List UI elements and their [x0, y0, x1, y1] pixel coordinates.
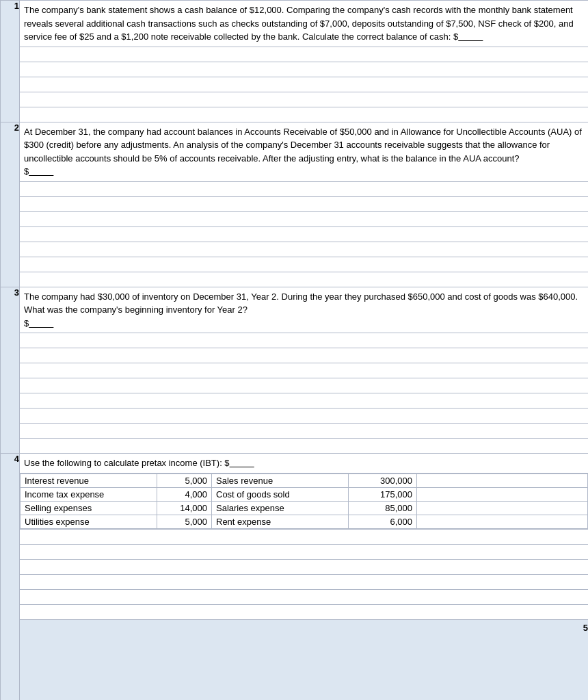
q1-number: 1	[1, 1, 20, 122]
income-tax-label: Income tax expense	[21, 487, 157, 501]
q4-item-1: Interest revenue 5,000 Sales revenue 300…	[21, 474, 588, 487]
q2-empty-7	[1, 272, 589, 287]
q1-empty-1	[1, 47, 589, 62]
sales-revenue-value: 300,000	[349, 474, 417, 487]
question-3-row: 3 The company had $30,000 of inventory o…	[1, 287, 589, 333]
q4-number: 4	[1, 454, 20, 701]
q1-text: The company's bank statement shows a cas…	[20, 1, 588, 47]
rent-value: 6,000	[349, 515, 417, 528]
q4-item-4: Utilities expense 5,000 Rent expense 6,0…	[21, 515, 588, 528]
q1-empty-4	[1, 92, 589, 107]
q4-content: Use the following to calculate pretax in…	[20, 454, 589, 474]
q1-empty-3	[1, 77, 589, 92]
q4-empty-6	[1, 604, 589, 619]
q4-empty-1	[1, 529, 589, 544]
q2-empty-4	[1, 226, 589, 242]
interest-revenue-value: 5,000	[157, 474, 212, 487]
q4-item-1-empty	[417, 474, 588, 487]
q3-empty-7	[1, 424, 589, 439]
q4-data-row-1: Interest revenue 5,000 Sales revenue 300…	[1, 473, 589, 529]
selling-exp-label: Selling expenses	[21, 501, 157, 515]
q4-item-4-empty	[417, 515, 588, 528]
q2-empty-1	[1, 181, 589, 196]
q4-inner-table: Interest revenue 5,000 Sales revenue 300…	[20, 474, 588, 529]
question-1-row: 1 The company's bank statement shows a c…	[1, 1, 589, 47]
question-4-row: 4 Use the following to calculate pretax …	[1, 454, 589, 474]
q2-content: At December 31, the company had account …	[20, 122, 589, 181]
cogs-label: Cost of goods sold	[212, 487, 349, 501]
q4-empty-4	[1, 574, 589, 589]
q4-empty-2	[1, 544, 589, 559]
question-2-row: 2 At December 31, the company had accoun…	[1, 122, 589, 181]
q1-empty-5	[1, 107, 589, 122]
q1-content: The company's bank statement shows a cas…	[20, 1, 589, 47]
sales-revenue-label: Sales revenue	[212, 474, 349, 487]
q2-empty-6	[1, 257, 589, 272]
interest-revenue-label: Interest revenue	[21, 474, 157, 487]
q2-number: 2	[1, 122, 20, 287]
q5-number: 5	[20, 619, 589, 700]
q2-text: At December 31, the company had account …	[20, 122, 588, 181]
q4-item-2: Income tax expense 4,000 Cost of goods s…	[21, 487, 588, 501]
q3-content: The company had $30,000 of inventory on …	[20, 287, 589, 333]
q3-empty-2	[1, 348, 589, 363]
q2-empty-3	[1, 211, 589, 226]
q2-empty-2	[1, 196, 589, 211]
q3-empty-8	[1, 439, 589, 454]
q3-answer[interactable]	[29, 317, 97, 330]
q3-number: 3	[1, 287, 20, 454]
q3-empty-5	[1, 393, 589, 409]
salaries-value: 85,000	[349, 501, 417, 515]
utilities-label: Utilities expense	[21, 515, 157, 528]
q3-empty-4	[1, 378, 589, 393]
cogs-value: 175,000	[349, 487, 417, 501]
utilities-value: 5,000	[157, 515, 212, 528]
q3-text: The company had $30,000 of inventory on …	[20, 287, 588, 333]
selling-exp-value: 14,000	[157, 501, 212, 515]
salaries-label: Salaries expense	[212, 501, 349, 515]
q4-item-3: Selling expenses 14,000 Salaries expense…	[21, 501, 588, 515]
q2-answer[interactable]	[29, 165, 97, 179]
rent-label: Rent expense	[212, 515, 349, 528]
q4-item-3-empty	[417, 501, 588, 515]
q3-empty-1	[1, 333, 589, 348]
q3-empty-6	[1, 409, 589, 424]
q4-text: Use the following to calculate pretax in…	[20, 454, 588, 473]
main-table: 1 The company's bank statement shows a c…	[0, 0, 588, 700]
q4-answer[interactable]	[230, 456, 298, 470]
question-5-row: 5 The company purchased new equipment at…	[1, 619, 589, 700]
q4-empty-3	[1, 559, 589, 574]
q4-data-cell-1: Interest revenue 5,000 Sales revenue 300…	[20, 473, 589, 529]
q2-empty-5	[1, 242, 589, 257]
q4-item-2-empty	[417, 487, 588, 501]
q1-empty-2	[1, 62, 589, 77]
q1-answer[interactable]	[458, 30, 526, 44]
q3-empty-3	[1, 363, 589, 378]
q4-empty-5	[1, 589, 589, 604]
income-tax-value: 4,000	[157, 487, 212, 501]
